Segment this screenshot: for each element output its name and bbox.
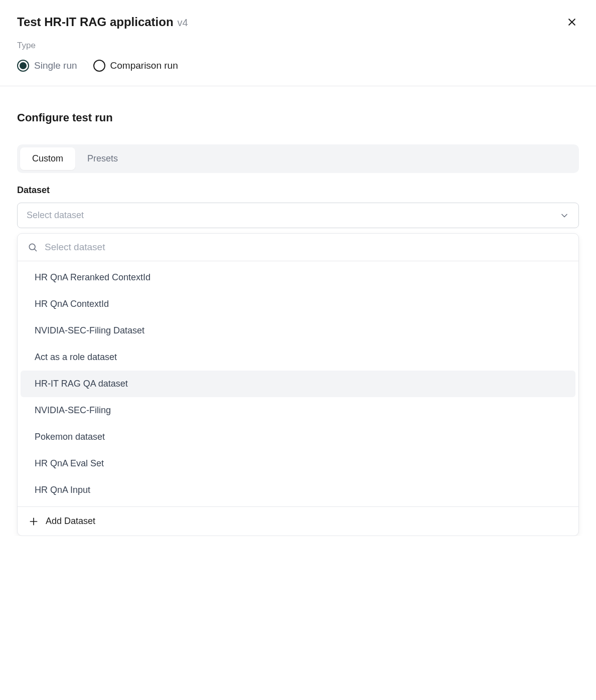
radio-single-run[interactable]: Single run [17,60,77,72]
dropdown-search-row [18,234,578,261]
dataset-option[interactable]: NVIDIA-SEC-Filing Dataset [21,317,575,344]
configure-section: Configure test run Custom Presets Datase… [0,86,596,536]
dataset-option[interactable]: Pokemon dataset [21,424,575,450]
dataset-option[interactable]: HR QnA Eval Set [21,450,575,477]
close-icon [567,17,577,27]
close-button[interactable] [565,15,579,31]
type-label: Type [17,41,579,51]
radio-comparison-run[interactable]: Comparison run [93,60,178,72]
config-tabs: Custom Presets [17,144,579,173]
radio-label: Single run [34,60,77,71]
title-wrap: Test HR-IT RAG application v4 [17,15,188,29]
dataset-option[interactable]: NVIDIA-SEC-Filing [21,397,575,424]
modal-header: Test HR-IT RAG application v4 [0,0,596,41]
modal-title: Test HR-IT RAG application [17,15,174,29]
dataset-option[interactable]: Act as a role dataset [21,344,575,371]
plus-icon [29,516,39,527]
section-title: Configure test run [17,111,579,124]
dataset-option[interactable]: HR QnA ContextId [21,291,575,317]
add-dataset-label: Add Dataset [46,516,95,527]
radio-label: Comparison run [110,60,178,71]
select-placeholder: Select dataset [27,210,84,221]
add-dataset-button[interactable]: Add Dataset [18,506,578,536]
svg-line-3 [35,249,37,251]
radio-icon [17,60,29,72]
dropdown-search-input[interactable] [45,242,568,253]
dataset-option[interactable]: HR QnA Reranked ContextId [21,264,575,291]
dropdown-options: HR QnA Reranked ContextId HR QnA Context… [18,261,578,506]
run-type-radio-group: Single run Comparison run [17,60,579,72]
tab-presets[interactable]: Presets [75,147,130,170]
radio-icon [93,60,105,72]
search-icon [28,242,38,252]
dataset-option[interactable]: HR-IT RAG QA dataset [21,371,575,397]
dataset-select-trigger[interactable]: Select dataset [17,203,579,228]
dataset-field-label: Dataset [17,185,579,196]
version-badge: v4 [178,17,188,29]
dataset-dropdown: HR QnA Reranked ContextId HR QnA Context… [17,233,579,536]
type-section: Type Single run Comparison run [0,41,596,86]
dataset-option[interactable]: HR QnA Input [21,477,575,503]
tab-custom[interactable]: Custom [20,147,75,170]
chevron-down-icon [559,211,569,221]
